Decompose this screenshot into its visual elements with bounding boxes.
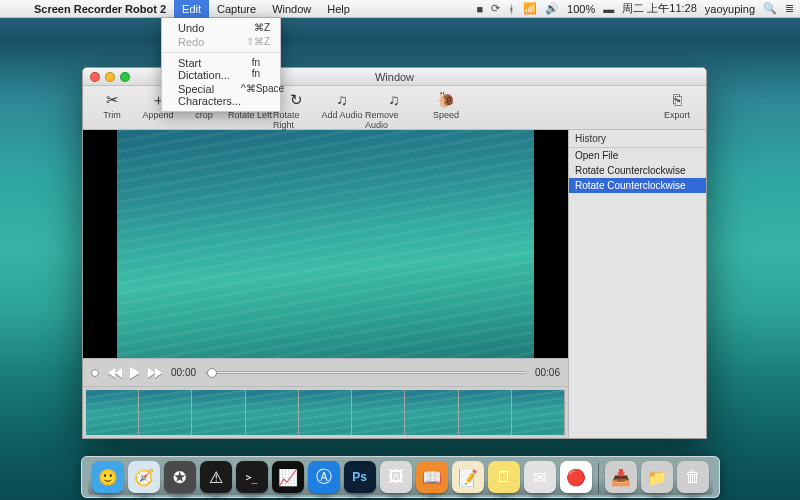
menu-undo[interactable]: Undo ⌘Z: [162, 21, 280, 35]
scissors-icon: ✂: [106, 90, 119, 110]
toolbar-label: Rotate Right: [273, 110, 319, 130]
dock-dashboard-icon[interactable]: ✪: [164, 461, 196, 493]
rotate-right-icon: ↻: [290, 90, 303, 110]
dock-mail-icon[interactable]: ✉︎: [524, 461, 556, 493]
thumbnail[interactable]: [459, 390, 512, 435]
wifi-icon[interactable]: 📶: [523, 2, 537, 15]
dock-photoshop-icon[interactable]: Ps: [344, 461, 376, 493]
trim-button[interactable]: ✂ Trim: [89, 90, 135, 120]
dock-preview-icon[interactable]: 🖼: [380, 461, 412, 493]
add-audio-button[interactable]: ♫ Add Audio: [319, 90, 365, 120]
pillar-left: [83, 130, 117, 358]
rewind-button[interactable]: [107, 366, 123, 380]
volume-icon[interactable]: 🔊: [545, 2, 559, 15]
menu-capture[interactable]: Capture: [209, 0, 264, 18]
history-item[interactable]: Rotate Counterclockwise: [569, 163, 706, 178]
dock-trash-icon[interactable]: 🗑: [677, 461, 709, 493]
toolbar-label: Remove Audio: [365, 110, 423, 130]
speed-button[interactable]: 🐌 Speed: [423, 90, 469, 120]
toolbar-label: Speed: [433, 110, 459, 120]
remove-audio-button[interactable]: ♫ Remove Audio: [365, 90, 423, 130]
menu-redo: Redo ⇧⌘Z: [162, 35, 280, 49]
dock-safari-icon[interactable]: 🧭: [128, 461, 160, 493]
menu-separator: [162, 52, 280, 53]
battery-percent[interactable]: 100%: [567, 3, 595, 15]
bluetooth-icon[interactable]: ᚼ: [508, 3, 515, 15]
snail-icon: 🐌: [437, 90, 456, 110]
shortcut-label: ^⌘Space: [241, 83, 284, 107]
video-icon[interactable]: ■: [476, 3, 483, 15]
playback-controls: 00:00 00:06: [83, 358, 568, 386]
menu-window[interactable]: Window: [264, 0, 319, 18]
dock-ibooks-icon[interactable]: 📖: [416, 461, 448, 493]
dock-stickies-icon[interactable]: 🗒: [488, 461, 520, 493]
export-icon: ⎘: [673, 90, 682, 110]
user-name[interactable]: yaoyuping: [705, 3, 755, 15]
thumbnail[interactable]: [299, 390, 352, 435]
dock-appstore-icon[interactable]: Ⓐ: [308, 461, 340, 493]
dock-recorder-icon[interactable]: 🔴: [560, 461, 592, 493]
export-button[interactable]: ⎘ Export: [654, 90, 700, 120]
menu-item-label: Undo: [178, 22, 204, 34]
scrubber[interactable]: [204, 371, 527, 374]
thumbnail[interactable]: [192, 390, 245, 435]
system-menubar: Screen Recorder Robot 2 EditCaptureWindo…: [0, 0, 800, 18]
menu-item-label: Special Characters...: [178, 83, 241, 107]
menu-start-dictation[interactable]: Start Dictation... fn fn: [162, 56, 280, 82]
dock-downloads-icon[interactable]: 📥: [605, 461, 637, 493]
music-icon: ♫: [336, 90, 347, 110]
dock: 🙂🧭✪⚠︎>_📈ⒶPs🖼📖📝🗒✉︎🔴📥📁🗑: [81, 456, 720, 498]
menu-item-label: Redo: [178, 36, 204, 48]
clock[interactable]: 周二 上午11:28: [622, 1, 697, 16]
menu-help[interactable]: Help: [319, 0, 358, 18]
video-stage: [83, 130, 568, 358]
edit-menu-dropdown: Undo ⌘Z Redo ⇧⌘Z Start Dictation... fn f…: [161, 18, 281, 112]
scrubber-handle[interactable]: [207, 368, 217, 378]
current-time: 00:00: [171, 367, 196, 378]
menu-item-label: Start Dictation...: [178, 57, 252, 81]
thumbnail[interactable]: [405, 390, 458, 435]
spotlight-icon[interactable]: 🔍: [763, 2, 777, 15]
pillar-right: [534, 130, 568, 358]
menu-edit[interactable]: Edit: [174, 0, 209, 18]
dock-container: 🙂🧭✪⚠︎>_📈ⒶPs🖼📖📝🗒✉︎🔴📥📁🗑: [0, 456, 800, 498]
shortcut-label: fn fn: [252, 57, 270, 81]
app-name[interactable]: Screen Recorder Robot 2: [26, 0, 174, 18]
thumbnail[interactable]: [352, 390, 405, 435]
forward-button[interactable]: [147, 366, 163, 380]
dock-folder-icon[interactable]: 📁: [641, 461, 673, 493]
dock-activity-icon[interactable]: 📈: [272, 461, 304, 493]
dock-notes-icon[interactable]: 📝: [452, 461, 484, 493]
app-window: Window ✂ Trim ＋ Append ▢ crop ↺ Rotate L…: [82, 67, 707, 439]
history-header: History: [569, 130, 706, 148]
thumbnail[interactable]: [86, 390, 139, 435]
sync-icon[interactable]: ⟳: [491, 2, 500, 15]
dock-separator: [598, 463, 599, 493]
menubar-status-area: ■ ⟳ ᚼ 📶 🔊 100% ▬ 周二 上午11:28 yaoyuping 🔍 …: [476, 0, 800, 18]
thumbnail[interactable]: [246, 390, 299, 435]
toolbar-label: Add Audio: [321, 110, 362, 120]
shortcut-label: ⌘Z: [254, 22, 270, 34]
thumbnail-strip[interactable]: [83, 386, 568, 438]
dock-finder-icon[interactable]: 🙂: [92, 461, 124, 493]
dock-terminal-icon[interactable]: >_: [236, 461, 268, 493]
battery-icon[interactable]: ▬: [603, 3, 614, 15]
video-frame[interactable]: [117, 130, 534, 358]
music-off-icon: ♫: [388, 90, 399, 110]
history-panel: History Open FileRotate Counterclockwise…: [568, 130, 706, 438]
history-item[interactable]: Open File: [569, 148, 706, 163]
notifications-icon[interactable]: ≣: [785, 2, 794, 15]
history-item[interactable]: Rotate Counterclockwise: [569, 178, 706, 193]
thumbnail[interactable]: [139, 390, 192, 435]
toolbar-label: Export: [664, 110, 690, 120]
shortcut-label: ⇧⌘Z: [246, 36, 270, 48]
volume-knob[interactable]: [91, 369, 99, 377]
thumbnail[interactable]: [512, 390, 565, 435]
play-button[interactable]: [127, 366, 143, 380]
dock-terminal-w-icon[interactable]: ⚠︎: [200, 461, 232, 493]
menu-special-characters[interactable]: Special Characters... ^⌘Space: [162, 82, 280, 108]
toolbar-label: Trim: [103, 110, 121, 120]
duration: 00:06: [535, 367, 560, 378]
